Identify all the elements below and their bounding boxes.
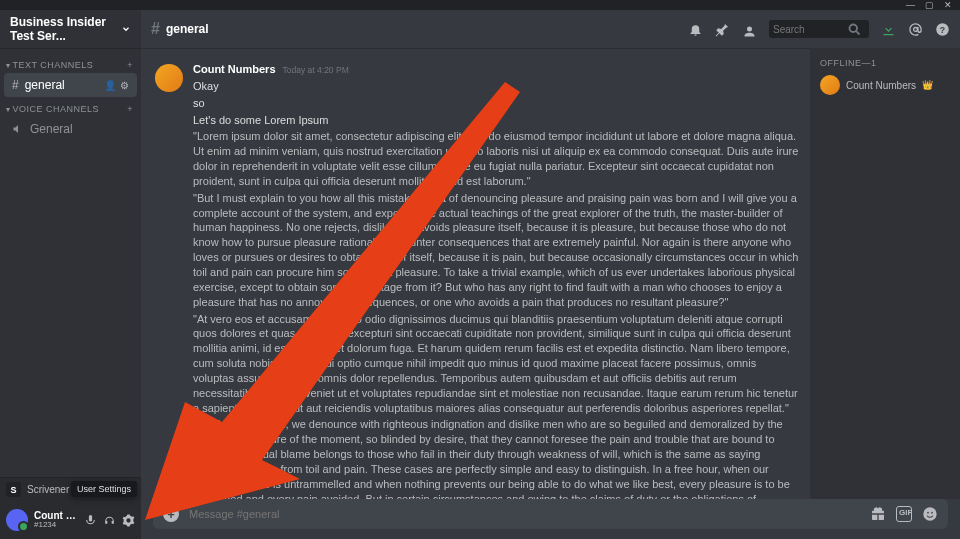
search-box[interactable] [769,20,869,38]
member-group-header: OFFLINE—1 [816,58,954,72]
owner-crown-icon: 👑 [922,80,933,90]
self-discriminator: #1234 [34,521,78,529]
bell-icon[interactable] [688,22,703,37]
svg-text:?: ? [940,24,945,34]
channel-header: # general ? [141,10,960,48]
main-content: # general ? [141,10,960,539]
server-name: Business Insider Test Ser... [10,15,121,43]
user-settings-icon[interactable] [122,514,135,527]
user-panel: User Settings Count Num... #1234 [0,501,141,539]
member-name: Count Numbers [846,80,916,91]
hash-icon: # [151,20,160,38]
add-voice-channel-icon[interactable]: + [127,104,133,114]
game-name: Scrivener [27,484,69,495]
server-header[interactable]: Business Insider Test Ser... [0,10,141,48]
game-icon: S [6,482,21,497]
invite-icon[interactable]: 👤 [104,80,116,91]
user-settings-tooltip: User Settings [71,481,137,497]
add-channel-icon[interactable]: + [127,60,133,70]
svg-point-3 [923,507,936,520]
svg-point-5 [931,512,933,514]
attach-button[interactable]: + [163,506,179,522]
svg-point-4 [927,512,929,514]
message-author[interactable]: Count Numbers [193,63,276,75]
gift-icon[interactable] [870,506,886,522]
message-avatar[interactable] [155,64,183,92]
message-input[interactable] [189,508,860,520]
category-voice-channels[interactable]: ▾VOICE CHANNELS + [0,98,141,116]
hash-icon: # [12,78,19,92]
member-avatar [820,75,840,95]
window-titlebar: — ▢ ✕ [0,0,960,10]
emoji-icon[interactable] [922,506,938,522]
message-line: Okay [193,79,800,94]
chevron-down-icon [121,24,131,34]
help-icon[interactable]: ? [935,22,950,37]
member-list: OFFLINE—1 Count Numbers 👑 [810,48,960,499]
message-line: so [193,96,800,111]
text-channel-general[interactable]: # general 👤 ⚙ [4,73,137,97]
download-icon[interactable] [881,22,896,37]
channel-settings-icon[interactable]: ⚙ [120,80,129,91]
member-item[interactable]: Count Numbers 👑 [816,72,954,98]
category-text-channels[interactable]: ▾TEXT CHANNELS + [0,54,141,72]
window-maximize-icon[interactable]: ▢ [925,0,934,10]
speaker-icon [12,123,24,135]
channel-name: general [166,22,209,36]
pin-icon[interactable] [715,22,730,37]
self-avatar[interactable] [6,509,28,531]
mentions-icon[interactable] [908,22,923,37]
message-line: Let's do some Lorem Ipsum [193,113,800,128]
voice-channel-general[interactable]: General [4,117,137,141]
channel-sidebar: Business Insider Test Ser... ▾TEXT CHANN… [0,10,141,539]
window-minimize-icon[interactable]: — [906,0,915,10]
deafen-icon[interactable] [103,514,116,527]
message-list[interactable]: Count Numbers Today at 4:20 PM Okay so L… [141,48,810,499]
message-paragraph: "On the other hand, we denounce with rig… [193,417,800,499]
message-timestamp: Today at 4:20 PM [283,65,349,75]
message-paragraph: "But I must explain to you how all this … [193,191,800,310]
search-input[interactable] [773,24,843,35]
message: Count Numbers Today at 4:20 PM Okay so L… [155,62,800,499]
search-icon [847,22,862,37]
members-icon[interactable] [742,22,757,37]
message-composer: + GIF [141,499,960,539]
mute-icon[interactable] [84,514,97,527]
gif-button[interactable]: GIF [896,506,912,522]
message-paragraph: "At vero eos et accusamus et iusto odio … [193,312,800,416]
svg-point-0 [850,24,858,32]
window-close-icon[interactable]: ✕ [944,0,952,10]
message-paragraph: "Lorem ipsum dolor sit amet, consectetur… [193,129,800,188]
